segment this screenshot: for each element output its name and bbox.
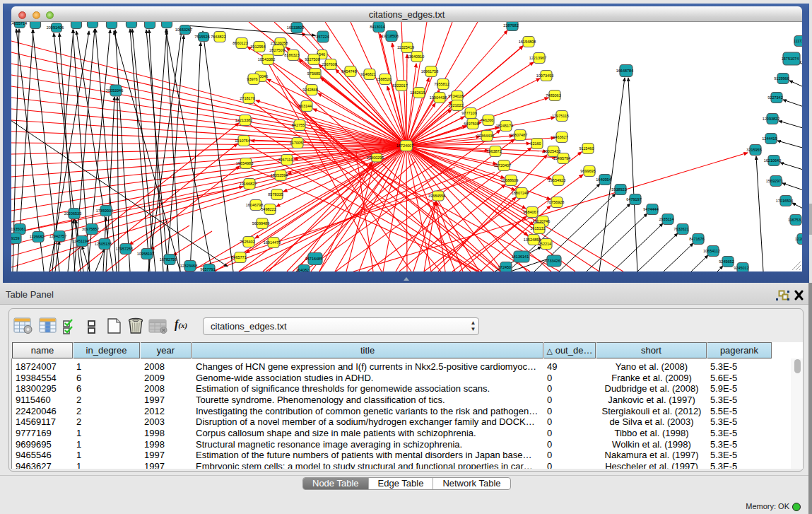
svg-text:70756928: 70756928 (547, 200, 564, 204)
svg-text:15692971: 15692971 (766, 179, 783, 183)
svg-text:16782759: 16782759 (160, 257, 177, 262)
svg-text:1621022: 1621022 (448, 103, 463, 107)
svg-text:9146821: 9146821 (360, 72, 375, 76)
svg-text:56099489: 56099489 (252, 221, 269, 226)
svg-text:7485063: 7485063 (546, 93, 560, 98)
svg-text:18353594: 18353594 (271, 173, 288, 177)
svg-text:9242848: 9242848 (302, 88, 317, 92)
svg-text:23300295: 23300295 (367, 156, 384, 160)
svg-text:1733426: 1733426 (545, 259, 560, 263)
svg-text:30975857: 30975857 (82, 227, 99, 231)
svg-text:1362615: 1362615 (410, 90, 425, 95)
svg-text:12942757: 12942757 (49, 234, 66, 238)
svg-text:10025433: 10025433 (543, 149, 560, 153)
svg-text:8413014: 8413014 (370, 25, 384, 29)
svg-text:62160: 62160 (530, 141, 541, 146)
svg-text:5938923: 5938923 (611, 187, 626, 192)
svg-text:10653267: 10653267 (175, 28, 192, 32)
svg-text:13495794: 13495794 (553, 156, 570, 160)
svg-text:15720407: 15720407 (494, 163, 511, 168)
svg-text:11172: 11172 (794, 39, 802, 43)
svg-text:17016504: 17016504 (776, 199, 793, 203)
svg-text:10543382: 10543382 (258, 57, 275, 62)
svg-text:746266: 746266 (481, 118, 493, 122)
svg-text:9699695: 9699695 (580, 169, 595, 173)
svg-text:9463627: 9463627 (553, 135, 567, 139)
svg-text:10654112: 10654112 (703, 249, 720, 253)
svg-text:1615132: 1615132 (530, 226, 545, 230)
svg-text:16033809: 16033809 (287, 25, 304, 30)
svg-text:12323468: 12323468 (180, 264, 197, 268)
svg-text:7357224: 7357224 (314, 35, 329, 39)
svg-text:2367608: 2367608 (322, 62, 336, 66)
svg-text:19904438: 19904438 (430, 95, 447, 100)
svg-text:16914479: 16914479 (264, 240, 281, 245)
svg-text:9474444: 9474444 (643, 207, 658, 211)
svg-text:264082: 264082 (296, 268, 309, 271)
svg-text:8471676: 8471676 (689, 237, 704, 241)
svg-text:9115460: 9115460 (579, 146, 594, 151)
svg-text:17975115: 17975115 (552, 114, 569, 118)
svg-text:18245174: 18245174 (496, 124, 513, 128)
svg-text:39159: 39159 (11, 236, 20, 240)
svg-text:7632621: 7632621 (673, 227, 688, 231)
svg-text:16210643: 16210643 (764, 158, 781, 163)
svg-text:14055714: 14055714 (11, 22, 27, 25)
svg-text:20053346: 20053346 (106, 88, 123, 93)
svg-text:1115682: 1115682 (30, 235, 45, 239)
svg-text:18724007: 18724007 (396, 144, 413, 148)
svg-text:1640954: 1640954 (596, 177, 611, 182)
svg-text:2387682: 2387682 (503, 23, 518, 28)
svg-text:122035: 122035 (795, 237, 802, 241)
svg-text:16154808: 16154808 (519, 40, 536, 44)
svg-text:252214: 252214 (539, 242, 551, 246)
svg-text:15751074: 15751074 (782, 57, 799, 61)
svg-text:20091406: 20091406 (47, 25, 64, 30)
svg-text:9684067: 9684067 (523, 210, 538, 214)
svg-text:18807249: 18807249 (512, 191, 529, 195)
svg-text:8578335: 8578335 (268, 192, 283, 197)
svg-text:1935061: 1935061 (11, 227, 26, 231)
svg-text:14136141: 14136141 (512, 255, 529, 259)
svg-text:10973493: 10973493 (536, 74, 553, 78)
svg-text:12093822: 12093822 (763, 117, 779, 121)
svg-text:11451194: 11451194 (72, 239, 89, 243)
svg-text:20364436: 20364436 (477, 134, 494, 138)
svg-text:3215955: 3215955 (746, 148, 761, 152)
svg-text:9227342: 9227342 (767, 95, 782, 100)
svg-text:9129966: 9129966 (774, 76, 789, 81)
svg-text:7963872: 7963872 (486, 149, 501, 153)
svg-text:10688609: 10688609 (501, 178, 518, 182)
svg-text:6479197: 6479197 (626, 197, 641, 201)
svg-text:16648784: 16648784 (616, 69, 633, 73)
svg-text:9465771: 9465771 (231, 255, 246, 259)
svg-text:842755: 842755 (292, 123, 305, 127)
svg-text:12213382: 12213382 (235, 118, 252, 122)
svg-text:1244419: 1244419 (762, 136, 777, 141)
svg-text:19384554: 19384554 (428, 194, 445, 198)
svg-text:12213967: 12213967 (529, 56, 546, 60)
svg-text:12505135: 12505135 (95, 242, 112, 246)
svg-text:8454749: 8454749 (341, 69, 356, 74)
svg-text:9657791: 9657791 (200, 267, 215, 271)
svg-text:19654923: 19654923 (548, 178, 565, 182)
svg-text:7663822: 7663822 (211, 35, 225, 39)
svg-text:9327508: 9327508 (305, 57, 319, 62)
svg-text:575685: 575685 (307, 71, 320, 76)
svg-text:15716485: 15716485 (305, 257, 322, 261)
svg-text:3912954: 3912954 (250, 45, 265, 49)
svg-text:9245652: 9245652 (719, 259, 734, 264)
svg-text:3267110: 3267110 (278, 158, 293, 162)
svg-text:972450: 972450 (498, 265, 511, 269)
svg-text:93976: 93976 (247, 77, 257, 81)
svg-text:20206535: 20206535 (64, 211, 81, 216)
svg-text:803144: 803144 (299, 104, 312, 108)
svg-text:16807487: 16807487 (510, 133, 527, 137)
svg-text:11325419: 11325419 (397, 45, 414, 49)
svg-text:16961758: 16961758 (421, 69, 438, 74)
svg-text:6497508: 6497508 (464, 122, 478, 126)
svg-text:7625402: 7625402 (240, 240, 254, 244)
svg-text:17359934: 17359934 (96, 209, 113, 213)
svg-text:19218506: 19218506 (382, 34, 399, 38)
svg-text:9245012: 9245012 (734, 266, 748, 270)
